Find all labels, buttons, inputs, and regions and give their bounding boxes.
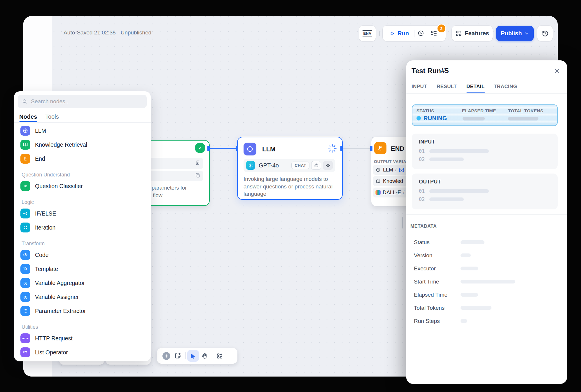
add-circle-icon [162, 352, 170, 360]
status-label: STATUS [416, 108, 434, 113]
meta-row-run-steps: Run Steps [406, 314, 567, 328]
node-group-question-understand: Question Understand [14, 166, 151, 179]
end-node-input-port[interactable] [370, 146, 372, 151]
chat-mode-badge: CHAT [291, 162, 309, 169]
checklist-count-badge: 2 [437, 24, 446, 33]
tabs-border [14, 122, 151, 123]
meta-row-status: Status [406, 236, 567, 249]
meta-status-skeleton [461, 240, 484, 244]
hand-mode-button[interactable] [199, 350, 211, 362]
version-history-button[interactable] [537, 26, 553, 41]
meta-row-version: Version [406, 249, 567, 262]
node-item-parameter-extractor[interactable]: Parameter Extractor [14, 304, 151, 318]
output-title: OUTPUT [419, 179, 441, 185]
edge-llm-end [343, 148, 371, 149]
end-node-title: END [391, 145, 404, 153]
iteration-loop-icon [20, 223, 30, 232]
meta-row-elapsed-time: Elapsed Time [406, 288, 567, 301]
node-search-box[interactable] [18, 95, 147, 108]
test-run-panel: Test Run#5 INPUT RESULT DETAIL TRACING S… [406, 60, 567, 384]
http-request-icon: HTTP [20, 333, 30, 343]
meta-row-total-tokens: Total Tokens [406, 301, 567, 314]
features-button[interactable]: Features [452, 26, 493, 41]
node-item-variable-aggregator[interactable]: {x} Variable Aggregator [14, 276, 151, 290]
node-group-transform: Transform [14, 235, 151, 248]
output-card: OUTPUT 01 02 [412, 174, 558, 209]
autosave-status: Auto-Saved 21:02:35 · Unpublished [64, 29, 151, 36]
close-icon[interactable] [554, 68, 560, 75]
tab-tracing[interactable]: TRACING [494, 84, 517, 90]
llm-node-input-port[interactable] [236, 146, 238, 151]
note-icon [174, 352, 181, 359]
status-value: RUNING [416, 115, 447, 122]
meta-steps-skeleton [461, 319, 467, 323]
start-node-description-line1: parameters for [152, 184, 187, 192]
node-list: LLM Knowledge Retrieval End Question Und… [14, 124, 151, 359]
llm-node-output-port[interactable] [340, 146, 343, 151]
app-screenshot: parameters for flow LLM GPT-4o CHAT Invo… [0, 0, 581, 392]
node-item-iteration[interactable]: Iteration [14, 220, 151, 235]
env-icon: ENV [363, 30, 372, 36]
llm-model-selector[interactable]: GPT-4o CHAT [244, 159, 335, 172]
meta-start-time-skeleton [461, 280, 515, 284]
node-item-llm[interactable]: LLM [14, 124, 151, 138]
pointer-mode-button[interactable] [187, 350, 199, 362]
tab-detail[interactable]: DETAIL [466, 84, 485, 90]
node-item-list-operator[interactable]: List Operator [14, 345, 151, 359]
organize-nodes-button[interactable] [214, 350, 225, 362]
llm-node-description: Invoking large language models to answer… [244, 175, 333, 198]
input-skeleton-2 [429, 158, 464, 161]
run-panel-title: Test Run#5 [412, 67, 449, 75]
node-item-question-classifier[interactable]: Question Classifier [14, 179, 151, 193]
tab-input[interactable]: INPUT [412, 84, 427, 90]
code-icon [20, 250, 30, 260]
node-group-logic: Logic [14, 193, 151, 206]
node-item-knowledge-retrieval[interactable]: Knowledge Retrieval [14, 138, 151, 152]
env-variables-button[interactable]: ENV [359, 26, 376, 41]
node-item-http-request[interactable]: HTTP HTTP Request [14, 331, 151, 345]
toolbar-divider [185, 352, 186, 359]
toolbar-divider [212, 352, 213, 359]
tab-result[interactable]: RESULT [437, 84, 457, 90]
vision-eye-icon [323, 161, 333, 170]
meta-version-skeleton [461, 253, 471, 257]
elapsed-time-label: ELAPSED TIME [462, 108, 496, 113]
start-node-output-port[interactable] [207, 146, 210, 151]
llm-icon [20, 126, 30, 136]
metadata-title: METADATA [410, 224, 437, 229]
node-item-code[interactable]: Code [14, 248, 151, 262]
edge-start-llm [210, 148, 237, 149]
run-history-clock-button[interactable] [414, 26, 427, 41]
tab-nodes[interactable]: Nodes [19, 113, 37, 120]
node-item-template[interactable]: D Template [14, 262, 151, 276]
organize-layout-icon [216, 353, 223, 359]
features-grid-icon [455, 30, 462, 37]
parameter-extractor-icon [20, 306, 30, 316]
add-node-button[interactable] [160, 350, 172, 362]
publish-button[interactable]: Publish [496, 26, 534, 41]
clock-play-icon [417, 30, 425, 37]
node-group-utilities: Utilities [14, 318, 151, 331]
copy-icon [195, 172, 201, 180]
llm-model-name: GPT-4o [259, 162, 291, 169]
hand-icon [201, 353, 208, 359]
if-else-icon [20, 209, 30, 218]
node-item-end[interactable]: End [14, 152, 151, 166]
add-note-button[interactable] [172, 350, 184, 362]
running-dot-icon [416, 116, 421, 120]
tab-tools[interactable]: Tools [45, 113, 59, 120]
run-button[interactable]: Run [383, 26, 414, 41]
node-item-variable-assigner[interactable]: {=} Variable Assigner [14, 290, 151, 304]
tabs-border [406, 93, 567, 94]
search-input[interactable] [30, 98, 143, 105]
output-skeleton-2 [429, 197, 464, 201]
svg-text:D: D [24, 267, 27, 271]
canvas-scrollbar[interactable] [402, 217, 403, 228]
node-item-if-else[interactable]: IF/ELSE [14, 206, 151, 220]
run-button-group: Run [383, 26, 446, 41]
chevron-down-icon [524, 31, 529, 36]
success-check-icon [195, 143, 205, 153]
agent-robot-icon [311, 161, 321, 170]
cursor-icon [190, 353, 196, 359]
svg-text:{x}: {x} [23, 281, 27, 285]
